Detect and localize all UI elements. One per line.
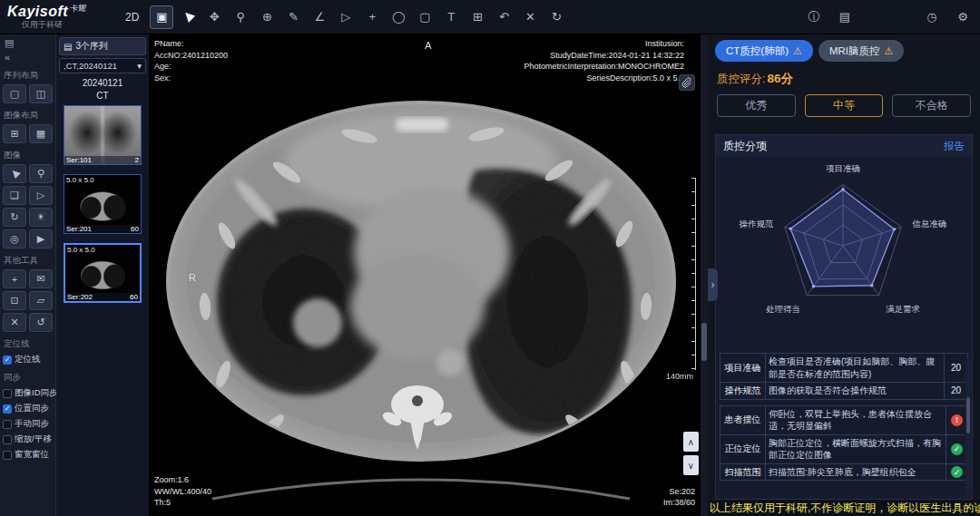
roi-tool[interactable]: ⊡: [3, 291, 26, 310]
grid-2x2-tool[interactable]: ⊞: [3, 124, 26, 143]
qc-table-row[interactable]: 操作规范图像的获取是否符合操作规范20: [720, 383, 968, 400]
qc-table-row[interactable]: 项目准确检查项目是否准确(项目如脑部、胸部、腹部是否在标准的范围内容)20: [720, 354, 968, 383]
series-list-button[interactable]: ▤: [3, 36, 15, 50]
list-icon: ▤: [64, 42, 72, 52]
qc-grade-buttons: 优秀 中等 不合格: [717, 94, 971, 117]
grade-excellent-button[interactable]: 优秀: [717, 94, 796, 117]
tab-ct-qc[interactable]: CT质控(肺部) ⚠: [715, 40, 813, 62]
play-tool[interactable]: ▶: [29, 229, 53, 248]
tab-mri-label: MRI脑质控: [829, 44, 880, 58]
checkbox-row[interactable]: 图像ID同步: [3, 387, 53, 399]
ellipse-tool[interactable]: ◯: [387, 5, 410, 29]
pointer-icon: ▶: [181, 9, 197, 25]
thumb-footer: Ser:20260: [65, 293, 140, 301]
layout-split-tool[interactable]: ◫: [29, 84, 53, 103]
qc-breakdown-panel: 质控分项 报告 项目准确信息准确满足需求处理得当操作规范 项目准确检查项目是否准…: [715, 134, 973, 500]
angle-tool[interactable]: ∠: [308, 5, 331, 29]
info-tool[interactable]: ⓘ: [802, 5, 826, 29]
next-image-button[interactable]: ∨: [683, 455, 699, 475]
checkbox-row[interactable]: 手动同步: [3, 418, 53, 430]
pan-tool[interactable]: ✥: [202, 5, 226, 29]
study-select-value: ,CT,20240121: [64, 61, 117, 71]
viewer-scrollbar[interactable]: [701, 34, 708, 516]
eraser-tool[interactable]: ▱: [29, 291, 53, 310]
checkbox-row[interactable]: ✓定位线: [3, 354, 53, 365]
checkbox-label: 图像ID同步: [15, 387, 58, 399]
criterion-name: 扫描范围: [720, 463, 766, 481]
layout-tool[interactable]: ▣: [150, 5, 173, 29]
restore-tool[interactable]: ↺: [29, 313, 53, 332]
collapse-panel-button[interactable]: «: [3, 50, 12, 63]
add-tool[interactable]: +: [3, 269, 26, 288]
magnify-tool[interactable]: ⚲: [29, 164, 53, 183]
checkbox-label: 定位线: [15, 354, 41, 365]
history-tool[interactable]: ◷: [920, 5, 944, 29]
settings-tool[interactable]: ⚙: [951, 5, 975, 29]
grade-fail-button[interactable]: 不合格: [892, 94, 971, 117]
comment-icon: ✉: [36, 273, 44, 285]
prev-image-button[interactable]: ∧: [683, 432, 699, 452]
qc-table-row[interactable]: 正位定位胸部正位定位，横断面螺旋方式扫描，有胸部正位定位图像✓: [720, 434, 968, 463]
attachment-button[interactable]: [679, 74, 695, 91]
criterion-desc: 仰卧位，双臂上举抱头，患者体位摆放合适，无明显偏斜: [766, 405, 946, 434]
checkbox-row[interactable]: ✓位置同步: [3, 403, 53, 414]
table-scrollbar[interactable]: [965, 359, 971, 495]
reset-icon: ↻: [552, 10, 562, 24]
collapse-right-panel-handle[interactable]: ›: [708, 268, 718, 301]
report-link[interactable]: 报告: [944, 140, 965, 153]
thumb-desc: 5.0 x 5.0: [66, 176, 94, 184]
comment-tool[interactable]: ✉: [29, 269, 53, 288]
layout-single-tool[interactable]: ▢: [3, 84, 26, 103]
crosshair-tool[interactable]: ⊕: [255, 5, 279, 29]
thumb-footer: Ser:1012: [64, 156, 141, 164]
cine-tool[interactable]: ⊞: [466, 5, 489, 29]
group-date: 20240121: [56, 77, 149, 90]
checkbox-row[interactable]: 缩放/平移: [3, 433, 53, 445]
criterion-status: !: [946, 405, 968, 434]
checkbox-row[interactable]: 窗宽窗位: [3, 449, 53, 461]
magnify-icon: ⚲: [37, 168, 44, 180]
report-tool[interactable]: ▤: [833, 5, 857, 29]
viewport[interactable]: PName:AccNO:2401210200 Age:Sex: Institus…: [149, 34, 708, 516]
zoom-tool[interactable]: ⚲: [229, 5, 252, 29]
series-thumbnail-ser-201[interactable]: 5.0 x 5.0Ser:20160: [64, 174, 142, 234]
group-modality: CT: [56, 90, 149, 102]
undo-tool[interactable]: ↶: [492, 5, 515, 29]
qc-table-row[interactable]: 扫描范围扫描范围:肺尖至肺底，胸壁组织包全✓: [720, 463, 968, 481]
section-label: 定位线: [4, 338, 52, 350]
reset-tool[interactable]: ↻: [544, 5, 568, 29]
check-rows: 患者摆位仰卧位，双臂上举抱头，患者体位摆放合适，无明显偏斜!正位定位胸部正位定位…: [720, 405, 968, 481]
grade-medium-button[interactable]: 中等: [805, 94, 884, 117]
top-toolbar: Kayisoft卡耀 仅用于科研 2D ▣▶✥⚲⊕✎∠▷+◯▢T⊞↶✕↻ ⓘ▤ …: [0, 0, 980, 34]
pointer-tool[interactable]: ▶: [3, 164, 26, 183]
brightness-tool[interactable]: ☀: [29, 208, 53, 227]
delete-icon: ✕: [525, 10, 535, 24]
criterion-status: ✓: [946, 434, 968, 463]
delete-tool[interactable]: ✕: [518, 5, 542, 29]
link-tool[interactable]: ▷: [29, 186, 53, 205]
series-thumbnail-ser-202[interactable]: 5.0 x 5.0Ser:20260: [64, 243, 142, 303]
rectangle-icon: ▢: [419, 10, 430, 24]
qc-score-table: 项目准确检查项目是否准确(项目如脑部、胸部、腹部是否在标准的范围内容)20操作规…: [720, 353, 968, 400]
tab-mri-qc[interactable]: MRI脑质控 ⚠: [818, 40, 904, 62]
close-tool[interactable]: ✕: [3, 313, 26, 332]
series-count-box[interactable]: ▤ 3个序列: [59, 37, 146, 55]
probe-tool[interactable]: ▷: [334, 5, 358, 29]
copy-tool[interactable]: ❏: [3, 186, 26, 205]
qc-table-row[interactable]: 患者摆位仰卧位，双臂上举抱头，患者体位摆放合适，无明显偏斜!: [720, 405, 968, 434]
target-tool[interactable]: ◎: [3, 229, 26, 248]
orientation-marker-r: R: [189, 272, 196, 283]
grid-3x3-tool[interactable]: ▦: [29, 124, 53, 143]
pointer-tool[interactable]: ▶: [176, 5, 200, 29]
add-tool[interactable]: +: [360, 5, 384, 29]
text-tool[interactable]: T: [439, 5, 463, 29]
rectangle-tool[interactable]: ▢: [413, 5, 436, 29]
table-scrollbar-thumb[interactable]: [966, 397, 970, 433]
criterion-name: 操作规范: [720, 383, 766, 400]
series-thumbnail-ser-101[interactable]: Ser:1012: [64, 105, 142, 165]
measure-tool[interactable]: ✎: [281, 5, 305, 29]
study-select[interactable]: ,CT,20240121 ▾: [59, 58, 146, 73]
viewer-scrollbar-thumb[interactable]: [701, 323, 707, 361]
criterion-status: ✓: [946, 463, 968, 481]
rotate-tool[interactable]: ↻: [3, 208, 26, 227]
